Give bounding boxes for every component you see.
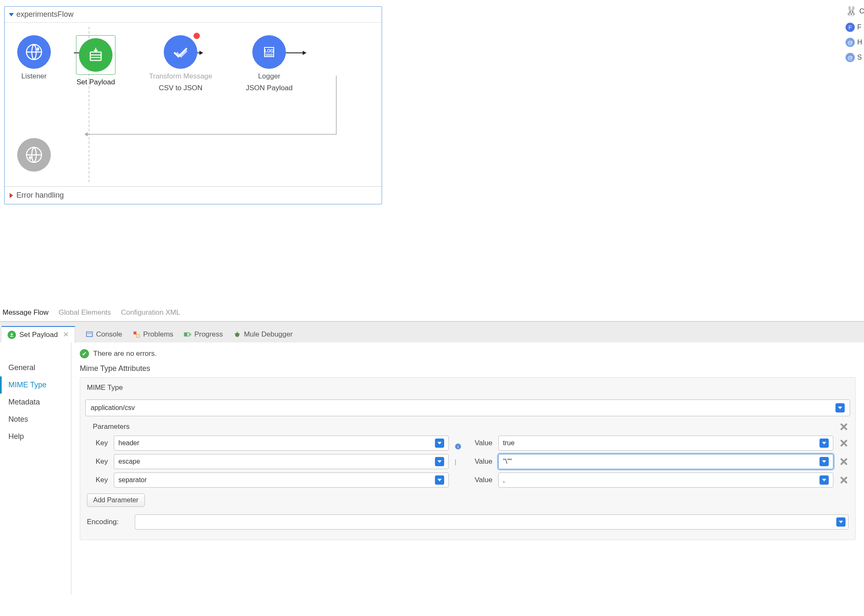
- svg-rect-16: [136, 334, 139, 337]
- node-label: Set Payload: [76, 78, 115, 86]
- parameter-row: Key escape | Value "\"": [85, 452, 850, 471]
- key-label: Key: [87, 476, 108, 484]
- tab-config-xml[interactable]: Configuration XML: [121, 308, 180, 317]
- sidebar-item-mime-type[interactable]: MIME Type: [0, 376, 71, 394]
- help-icon: @: [846, 38, 855, 47]
- encoding-label: Encoding:: [87, 518, 129, 526]
- debugger-icon: [233, 330, 241, 339]
- right-item-c[interactable]: 🐰C: [846, 6, 862, 17]
- node-logger[interactable]: LOG Logger JSON Payload: [246, 35, 293, 92]
- delete-row-icon[interactable]: [839, 439, 848, 448]
- param-value-select[interactable]: ,: [498, 472, 833, 488]
- section-title: Mime Type Attributes: [80, 364, 856, 373]
- dropdown-icon[interactable]: [435, 457, 444, 466]
- right-item-f[interactable]: FF: [846, 23, 862, 32]
- node-subtitle: JSON Payload: [246, 84, 293, 92]
- value-label: Value: [467, 457, 492, 466]
- error-handling-section[interactable]: Error handling: [5, 186, 382, 204]
- svg-rect-13: [86, 332, 92, 337]
- globe-icon: [17, 35, 51, 69]
- globe-return-icon: [17, 138, 51, 172]
- mime-type-value: application/csv: [91, 404, 135, 412]
- parameter-row: Key header i Value true: [85, 434, 850, 452]
- node-set-payload[interactable]: Set Payload: [76, 35, 115, 86]
- tab-progress[interactable]: Progress: [183, 330, 223, 339]
- sidebar-item-general[interactable]: General: [0, 359, 71, 376]
- tab-console[interactable]: Console: [85, 330, 122, 339]
- properties-body: General MIME Type Metadata Notes Help ✔ …: [0, 342, 864, 594]
- svg-rect-18: [184, 333, 187, 336]
- delete-row-icon[interactable]: [839, 457, 848, 466]
- mime-type-select[interactable]: application/csv: [85, 399, 850, 416]
- transform-icon: [164, 35, 197, 69]
- status-message: There are no errors.: [93, 350, 157, 358]
- svg-text:i: i: [457, 444, 458, 449]
- dropdown-icon[interactable]: [435, 439, 444, 448]
- logger-icon: LOG: [252, 35, 286, 69]
- param-value-select[interactable]: true: [498, 436, 833, 451]
- param-key-select[interactable]: separator: [114, 472, 449, 488]
- add-parameter-button[interactable]: Add Parameter: [87, 493, 145, 507]
- parameter-row: Key separator Value ,: [85, 471, 850, 489]
- mime-groupbox: MIME Type application/csv Parameters Key…: [80, 377, 856, 540]
- value-label: Value: [467, 439, 492, 447]
- node-label: Logger: [258, 72, 280, 81]
- right-item-h[interactable]: @H: [846, 38, 862, 47]
- svg-rect-2: [90, 52, 101, 60]
- properties-sidebar: General MIME Type Metadata Notes Help: [0, 342, 71, 594]
- parameters-header: Parameters: [85, 416, 850, 434]
- value-label: Value: [467, 476, 492, 484]
- node-listener[interactable]: Listener: [17, 35, 51, 81]
- properties-content: ✔ There are no errors. Mime Type Attribu…: [71, 342, 864, 594]
- delete-row-icon[interactable]: [839, 475, 848, 485]
- sidebar-item-notes[interactable]: Notes: [0, 411, 71, 428]
- dropdown-icon[interactable]: [835, 403, 845, 412]
- dropdown-icon[interactable]: [819, 439, 829, 448]
- encoding-row: Encoding:: [85, 511, 850, 533]
- key-label: Key: [87, 439, 108, 447]
- rabbit-icon: 🐰: [846, 6, 857, 17]
- node-label: Transform Message: [149, 72, 212, 81]
- flow-title: experimentsFlow: [16, 10, 73, 19]
- tab-label: Set Payload: [19, 331, 58, 339]
- check-icon: ✔: [80, 349, 89, 358]
- info-icon: i: [455, 443, 461, 450]
- expand-icon[interactable]: [10, 193, 13, 198]
- dropdown-icon[interactable]: [819, 475, 829, 485]
- close-icon[interactable]: ✕: [63, 330, 69, 339]
- cursor-indicator: |: [455, 458, 461, 465]
- progress-icon: [183, 330, 192, 339]
- node-response[interactable]: [17, 138, 51, 172]
- right-toolbar: 🐰C FF @H @S: [844, 4, 864, 64]
- node-label: Listener: [21, 72, 47, 81]
- error-indicator-icon: [194, 33, 200, 39]
- problems-icon: [132, 330, 141, 339]
- param-key-select[interactable]: escape: [114, 454, 449, 469]
- flow-canvas: experimentsFlow Listener Set Payload: [0, 0, 864, 304]
- dropdown-icon[interactable]: [836, 517, 846, 527]
- file-icon: F: [846, 23, 855, 32]
- flow-container[interactable]: experimentsFlow Listener Set Payload: [4, 6, 382, 204]
- tab-global-elements[interactable]: Global Elements: [59, 308, 111, 317]
- dropdown-icon[interactable]: [435, 475, 444, 485]
- remove-all-icon[interactable]: [839, 422, 848, 431]
- flow-header[interactable]: experimentsFlow: [5, 7, 382, 23]
- tab-set-payload[interactable]: Set Payload ✕: [2, 326, 75, 343]
- dropdown-icon[interactable]: [819, 457, 829, 466]
- tab-mule-debugger[interactable]: Mule Debugger: [233, 330, 293, 339]
- sidebar-item-help[interactable]: Help: [0, 428, 71, 445]
- sidebar-item-metadata[interactable]: Metadata: [0, 394, 71, 411]
- flow-body: Listener Set Payload: [5, 23, 382, 186]
- svg-rect-15: [134, 331, 136, 334]
- tab-message-flow[interactable]: Message Flow: [3, 308, 49, 317]
- svg-point-19: [235, 333, 239, 337]
- param-key-select[interactable]: header: [114, 436, 449, 451]
- node-transform[interactable]: Transform Message CSV to JSON: [149, 35, 212, 92]
- param-value-select[interactable]: "\"": [498, 454, 833, 469]
- status-row: ✔ There are no errors.: [80, 349, 856, 358]
- parameters-label: Parameters: [93, 423, 130, 431]
- collapse-icon[interactable]: [9, 13, 14, 16]
- encoding-select[interactable]: [135, 514, 848, 530]
- tab-problems[interactable]: Problems: [132, 330, 173, 339]
- right-item-s[interactable]: @S: [846, 53, 862, 62]
